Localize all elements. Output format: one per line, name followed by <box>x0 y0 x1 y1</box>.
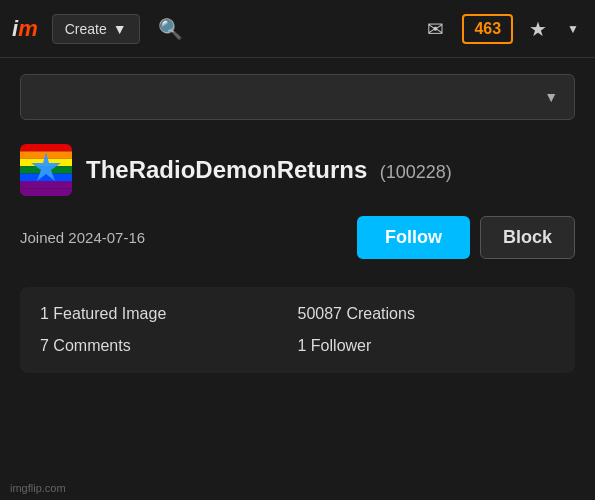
follow-button[interactable]: Follow <box>357 216 470 259</box>
star-icon[interactable]: ★ <box>523 13 553 45</box>
action-buttons: Follow Block <box>357 216 575 259</box>
profile-section: TheRadioDemonReturns (100228) <box>20 144 575 196</box>
profile-actions: Joined 2024-07-16 Follow Block <box>20 216 575 259</box>
stats-section: 1 Featured Image 50087 Creations 7 Comme… <box>20 287 575 373</box>
stat-creations: 50087 Creations <box>298 305 556 323</box>
create-label: Create <box>65 21 107 37</box>
joined-date: Joined 2024-07-16 <box>20 229 145 246</box>
search-button[interactable]: 🔍 <box>150 13 191 45</box>
footer: imgflip.com <box>10 482 66 494</box>
logo-m: m <box>18 16 38 42</box>
svg-rect-5 <box>20 174 72 181</box>
svg-rect-6 <box>20 181 72 188</box>
search-icon: 🔍 <box>158 18 183 40</box>
logo[interactable]: i m <box>12 16 38 42</box>
footer-text: imgflip.com <box>10 482 66 494</box>
stat-comments: 7 Comments <box>40 337 298 355</box>
mail-icon[interactable]: ✉ <box>419 13 452 45</box>
dropdown-arrow-icon: ▼ <box>544 89 558 105</box>
block-button[interactable]: Block <box>480 216 575 259</box>
username: TheRadioDemonReturns <box>86 156 367 183</box>
profile-name-container: TheRadioDemonReturns (100228) <box>86 156 452 184</box>
create-button[interactable]: Create ▼ <box>52 14 140 44</box>
dropdown-selector[interactable]: ▼ <box>20 74 575 120</box>
nav-dropdown-arrow[interactable]: ▼ <box>563 18 583 40</box>
stat-followers: 1 Follower <box>298 337 556 355</box>
main-content: ▼ TheRadioDemonReturns (100228) <box>0 58 595 389</box>
create-dropdown-icon: ▼ <box>113 21 127 37</box>
navbar: i m Create ▼ 🔍 ✉ 463 ★ ▼ <box>0 0 595 58</box>
notification-badge[interactable]: 463 <box>462 14 513 44</box>
avatar <box>20 144 72 196</box>
stat-featured-images: 1 Featured Image <box>40 305 298 323</box>
user-score: (100228) <box>380 162 452 182</box>
svg-rect-7 <box>20 188 72 196</box>
svg-rect-1 <box>20 144 72 151</box>
